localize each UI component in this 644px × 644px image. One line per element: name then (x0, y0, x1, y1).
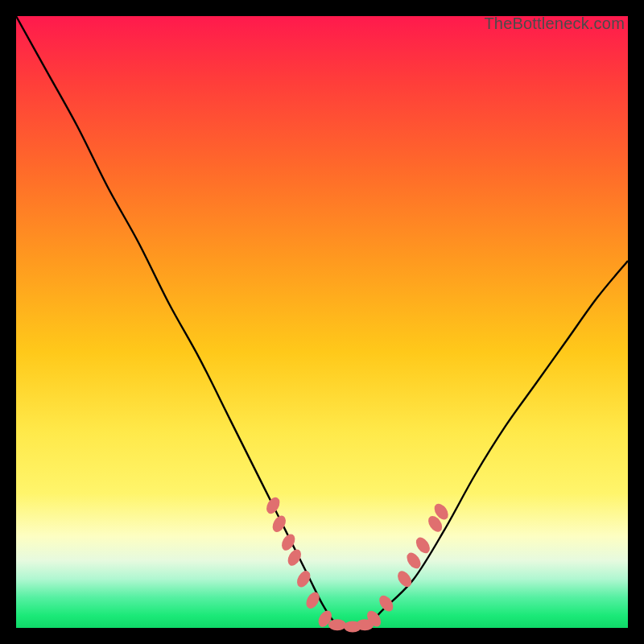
curve-marker (413, 535, 432, 555)
curve-markers (264, 495, 452, 633)
chart-svg (16, 16, 628, 628)
watermark-text: TheBottleneck.com (484, 14, 625, 33)
curve-marker (377, 593, 396, 614)
curve-marker (328, 619, 346, 630)
chart-frame: TheBottleneck.com (16, 16, 628, 628)
curve-marker (395, 568, 415, 589)
curve-marker (285, 547, 303, 568)
bottleneck-curve (16, 16, 628, 629)
curve-marker (264, 495, 283, 516)
